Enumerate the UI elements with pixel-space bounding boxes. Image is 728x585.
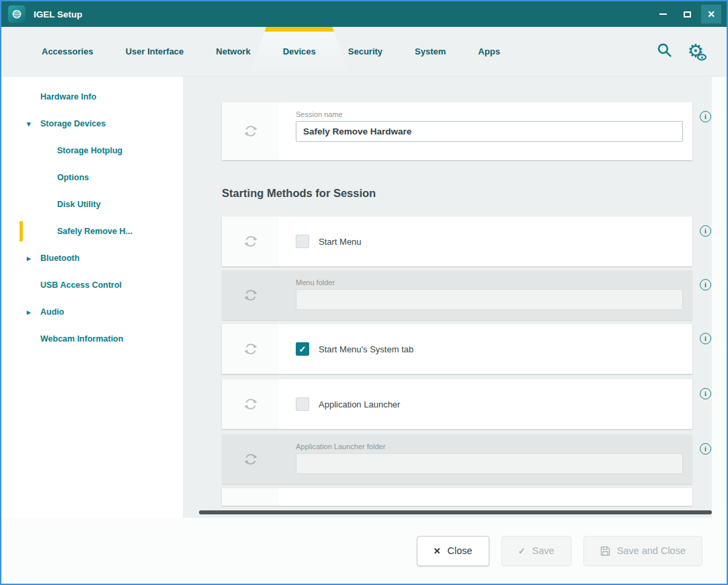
reset-to-default-icon[interactable]: [222, 324, 279, 374]
tab-security-label: Security: [348, 46, 382, 56]
sidebar-item-bluetooth[interactable]: ▸ Bluetooth: [1, 245, 183, 272]
close-button-label: Close: [448, 545, 473, 556]
chevron-right-icon[interactable]: ▸: [27, 308, 31, 317]
start-menu-row: ✓ Start Menu i: [222, 217, 692, 266]
chevron-down-icon[interactable]: ▾: [27, 120, 31, 128]
section-title: Starting Methods for Session: [222, 187, 376, 200]
save-icon: [600, 546, 610, 556]
application-launcher-folder-label: Application Launcher folder: [296, 442, 683, 451]
application-launcher-folder-input[interactable]: [296, 453, 683, 474]
tab-user-interface-label: User Interface: [126, 46, 184, 56]
tab-accessories-label: Accessories: [42, 46, 93, 56]
sidebar-item-label: Safely Remove H...: [57, 227, 132, 236]
sidebar-item-label: USB Access Control: [40, 280, 122, 290]
minimize-icon: [659, 13, 667, 15]
menu-folder-input[interactable]: [296, 289, 683, 310]
save-button-label: Save: [532, 545, 555, 556]
sidebar-item-storage-devices[interactable]: ▾ Storage Devices: [1, 110, 183, 137]
eye-icon: [697, 54, 706, 61]
menu-folder-label: Menu folder: [296, 278, 683, 286]
check-icon: ✓: [299, 345, 307, 354]
partial-icon-cell: [222, 488, 279, 506]
window-title: IGEL Setup: [34, 9, 83, 20]
save-and-close-button-label: Save and Close: [617, 545, 686, 556]
info-icon[interactable]: i: [700, 279, 711, 290]
info-icon[interactable]: i: [700, 333, 711, 344]
tab-security[interactable]: Security: [332, 27, 399, 76]
sidebar-item-webcam-information[interactable]: Webcam Information: [1, 325, 183, 352]
session-name-card: Session name i: [222, 102, 692, 160]
sidebar-item-options[interactable]: Options: [1, 164, 183, 191]
tabbar-icons: ⚙: [656, 42, 704, 61]
save-button[interactable]: ✓ Save: [501, 536, 571, 566]
info-icon[interactable]: i: [700, 388, 711, 399]
close-window-button[interactable]: ✕: [701, 5, 721, 24]
info-icon[interactable]: i: [700, 443, 711, 455]
sidebar-item-label: Storage Hotplug: [57, 146, 122, 155]
start-menu-label: Start Menu: [319, 237, 362, 247]
application-launcher-folder-field: Application Launcher folder: [279, 434, 692, 484]
system-tab-field: ✓ Start Menu's System tab: [279, 324, 692, 374]
menu-folder-row: Menu folder i: [222, 270, 692, 320]
igel-setup-window: IGEL Setup ✕ Accessories User Interface …: [0, 0, 728, 585]
sidebar: Hardware Info ▾ Storage Devices Storage …: [1, 77, 183, 518]
tab-apps-label: Apps: [478, 46, 500, 56]
tab-system-label: System: [415, 46, 446, 56]
tab-user-interface[interactable]: User Interface: [110, 27, 200, 76]
reset-to-default-icon[interactable]: [222, 379, 279, 429]
reset-to-default-icon[interactable]: [222, 102, 279, 160]
close-button[interactable]: ✕ Close: [417, 536, 489, 566]
sidebar-item-label: Audio: [40, 307, 64, 317]
tab-devices-label: Devices: [283, 46, 316, 56]
partial-next-row: [222, 488, 692, 506]
sidebar-item-label: Options: [57, 173, 89, 182]
start-menu-checkbox[interactable]: ✓: [296, 235, 309, 248]
sidebar-item-storage-hotplug[interactable]: Storage Hotplug: [1, 137, 183, 164]
sidebar-item-hardware-info[interactable]: Hardware Info: [1, 83, 183, 110]
save-and-close-button[interactable]: Save and Close: [583, 536, 702, 566]
close-icon: ✕: [434, 547, 441, 555]
tab-network-label: Network: [216, 46, 250, 56]
search-icon[interactable]: [656, 42, 673, 61]
start-menu-system-tab-row: ✓ Start Menu's System tab i: [222, 324, 692, 374]
sidebar-item-usb-access-control[interactable]: USB Access Control: [1, 272, 183, 299]
minimize-button[interactable]: [653, 5, 673, 24]
sidebar-item-disk-utility[interactable]: Disk Utility: [1, 191, 183, 218]
vertical-scrollbar-track[interactable]: [712, 77, 727, 518]
footer-bar: ✕ Close ✓ Save Save and Close: [1, 518, 727, 584]
tab-system[interactable]: System: [399, 27, 462, 76]
session-name-field: Session name: [279, 102, 692, 160]
session-name-input[interactable]: [296, 121, 683, 142]
start-menu-system-tab-label: Start Menu's System tab: [319, 344, 413, 354]
reset-to-default-icon[interactable]: [222, 270, 279, 320]
tab-bar: Accessories User Interface Network Devic…: [1, 27, 727, 77]
tab-accessories[interactable]: Accessories: [26, 27, 110, 76]
application-launcher-label: Application Launcher: [319, 399, 400, 410]
sidebar-item-safely-remove-hardware[interactable]: Safely Remove H...: [1, 218, 183, 245]
tab-devices[interactable]: Devices: [267, 27, 332, 76]
titlebar: IGEL Setup ✕: [1, 1, 727, 27]
application-launcher-field: ✓ Application Launcher: [279, 379, 692, 429]
application-launcher-row: ✓ Application Launcher i: [222, 379, 692, 429]
start-menu-field: ✓ Start Menu: [279, 217, 692, 266]
sidebar-item-label: Disk Utility: [57, 200, 101, 209]
horizontal-scrollbar[interactable]: [199, 510, 712, 514]
application-launcher-folder-row: Application Launcher folder i: [222, 434, 692, 484]
info-icon[interactable]: i: [700, 111, 711, 122]
window-controls: ✕: [653, 5, 721, 24]
start-menu-system-tab-checkbox[interactable]: ✓: [296, 342, 309, 356]
info-icon[interactable]: i: [700, 225, 711, 237]
gear-eye-icon[interactable]: ⚙: [688, 42, 704, 61]
maximize-button[interactable]: [677, 5, 697, 24]
maximize-icon: [684, 11, 691, 17]
menu-folder-field: Menu folder: [279, 270, 692, 320]
chevron-right-icon[interactable]: ▸: [27, 254, 31, 263]
sidebar-item-label: Storage Devices: [40, 119, 106, 128]
session-name-label: Session name: [296, 110, 683, 118]
tab-apps[interactable]: Apps: [462, 27, 516, 76]
reset-to-default-icon[interactable]: [222, 434, 279, 484]
igel-logo-icon: [8, 5, 26, 23]
sidebar-item-audio[interactable]: ▸ Audio: [1, 299, 183, 325]
reset-to-default-icon[interactable]: [222, 217, 279, 266]
application-launcher-checkbox[interactable]: ✓: [296, 397, 309, 411]
